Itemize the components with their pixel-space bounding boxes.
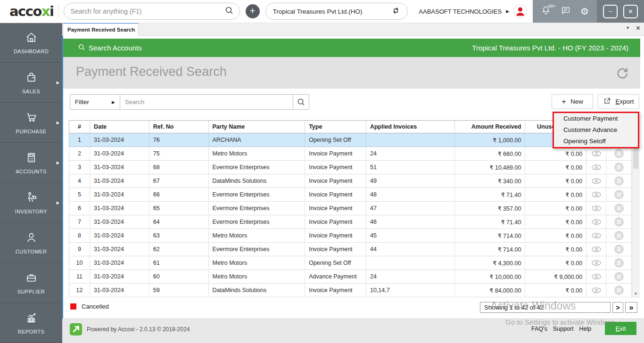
view-payment-icon[interactable] bbox=[586, 270, 606, 283]
sidebar-item-sales[interactable]: SALES▶ bbox=[0, 63, 62, 103]
footer-links: FAQ'sSupportHelp bbox=[531, 326, 591, 332]
cell-date: 31-03-2024 bbox=[90, 243, 149, 256]
pagination-next-button[interactable]: > bbox=[612, 302, 623, 313]
sidebar-item-accounts[interactable]: ACCOUNTS▶ bbox=[0, 143, 62, 183]
column-header[interactable]: Party Name bbox=[209, 121, 305, 133]
sidebar-item-dashboard[interactable]: DASHBOARD bbox=[0, 23, 62, 63]
banner-search-icon bbox=[78, 43, 85, 52]
quick-add-button[interactable]: + bbox=[246, 4, 260, 18]
table-row[interactable]: 431-03-202467DataMinds SolutionsInvoice … bbox=[69, 174, 632, 188]
view-payment-icon[interactable] bbox=[586, 174, 606, 188]
list-search-button[interactable] bbox=[293, 94, 309, 110]
tab-payment-received-search[interactable]: Payment Received Search bbox=[63, 23, 139, 36]
scroll-down-icon[interactable]: ▼ bbox=[633, 292, 639, 296]
refresh-icon[interactable] bbox=[614, 65, 630, 82]
view-payment-icon[interactable] bbox=[586, 188, 606, 201]
table-row[interactable]: 831-03-202463Metro MotorsInvoice Payment… bbox=[69, 229, 632, 243]
cell-amount: ₹ 4,300.00 bbox=[455, 256, 526, 270]
cell-ref_no: 63 bbox=[149, 229, 209, 242]
messages-icon[interactable] bbox=[561, 5, 571, 17]
table-row[interactable]: 731-03-202464Evermore EnterprisesInvoice… bbox=[69, 215, 632, 229]
cell-ref_no: 60 bbox=[149, 270, 209, 283]
footer-link-support[interactable]: Support bbox=[553, 326, 574, 332]
row-menu-icon[interactable] bbox=[606, 270, 631, 283]
logo-x: x bbox=[41, 3, 50, 19]
cell-unused: ₹ 0.00 bbox=[525, 229, 586, 242]
cell-ref_no: 62 bbox=[149, 243, 209, 256]
row-menu-icon[interactable] bbox=[606, 174, 631, 188]
view-payment-icon[interactable] bbox=[586, 161, 606, 174]
cell-ref_no: 76 bbox=[149, 133, 209, 147]
column-header[interactable]: # bbox=[69, 121, 90, 133]
footer-link-faqs[interactable]: FAQ's bbox=[531, 326, 547, 332]
module-banner: Search Accounts Tropical Treasures Pvt L… bbox=[63, 39, 640, 57]
new-button[interactable]: + New bbox=[552, 94, 593, 109]
table-row[interactable]: 1231-03-202459DataMinds SolutionsInvoice… bbox=[69, 284, 632, 297]
export-button[interactable]: Export bbox=[598, 94, 639, 109]
user-avatar[interactable] bbox=[513, 4, 527, 18]
row-menu-icon[interactable] bbox=[606, 147, 631, 160]
view-payment-icon[interactable] bbox=[586, 229, 606, 242]
cell-party: Evermore Enterprises bbox=[209, 161, 305, 174]
row-menu-icon[interactable] bbox=[606, 188, 631, 201]
list-search-input[interactable] bbox=[120, 98, 293, 106]
sidebar-item-inventory[interactable]: INVENTORY▶ bbox=[0, 183, 62, 223]
pagination-last-button[interactable]: » bbox=[625, 302, 637, 313]
row-menu-icon[interactable] bbox=[606, 229, 631, 242]
cell-date: 31-03-2024 bbox=[90, 147, 149, 160]
plus-icon: + bbox=[561, 97, 566, 106]
tab-close-icon[interactable]: ✕ bbox=[636, 24, 641, 32]
payments-table: #DateRef. NoParty NameTypeApplied Invoic… bbox=[69, 120, 632, 297]
row-menu-icon[interactable] bbox=[606, 202, 631, 215]
minimize-button[interactable]: − bbox=[603, 5, 618, 18]
switch-company-icon[interactable] bbox=[391, 6, 400, 16]
column-header[interactable]: Date bbox=[90, 121, 149, 133]
filter-dropdown[interactable]: Filter ▶ bbox=[70, 94, 120, 110]
search-icon[interactable] bbox=[224, 6, 234, 17]
sidebar-item-purchase[interactable]: PURCHASE▶ bbox=[0, 103, 62, 143]
row-menu-icon[interactable] bbox=[606, 215, 631, 229]
table-row[interactable]: 931-03-202462Evermore EnterprisesInvoice… bbox=[69, 243, 632, 256]
row-menu-icon[interactable] bbox=[606, 256, 631, 270]
cell-applied: 46 bbox=[366, 215, 455, 229]
table-row[interactable]: 131-03-202476ARCHANAOpening Set Off₹ 1,0… bbox=[69, 133, 632, 147]
view-payment-icon[interactable] bbox=[586, 243, 606, 256]
table-row[interactable]: 631-03-202465Evermore EnterprisesInvoice… bbox=[69, 202, 632, 215]
menu-item-customer-payment[interactable]: Customer Payment bbox=[554, 113, 638, 124]
cell-idx: 3 bbox=[69, 161, 90, 174]
column-header[interactable]: Ref. No bbox=[149, 121, 209, 133]
menu-item-customer-advance[interactable]: Customer Advance bbox=[554, 124, 638, 136]
footer-link-help[interactable]: Help bbox=[579, 326, 591, 332]
row-menu-icon[interactable] bbox=[606, 284, 631, 297]
column-header[interactable]: Applied Invoices bbox=[366, 121, 455, 133]
exit-button[interactable]: Exit bbox=[605, 322, 636, 335]
view-payment-icon[interactable] bbox=[586, 202, 606, 215]
global-search-input[interactable] bbox=[70, 7, 224, 16]
sidebar-item-reports[interactable]: REPORTS bbox=[0, 303, 62, 343]
sidebar-item-customer[interactable]: CUSTOMER bbox=[0, 223, 62, 263]
view-payment-icon[interactable] bbox=[586, 215, 606, 229]
home-icon bbox=[25, 31, 38, 46]
row-menu-icon[interactable] bbox=[606, 161, 631, 174]
organization-menu[interactable]: AABASOFT TECHNOLOGIES ▶ bbox=[419, 4, 533, 18]
table-row[interactable]: 531-03-202466Evermore EnterprisesInvoice… bbox=[69, 188, 632, 202]
column-header[interactable]: Type bbox=[305, 121, 366, 133]
settings-gear-icon[interactable]: ⚙ bbox=[580, 6, 589, 17]
divider bbox=[58, 5, 58, 18]
sidebar-item-supplier[interactable]: SUPPLIER bbox=[0, 263, 62, 303]
column-header[interactable]: Amount Received bbox=[455, 121, 526, 133]
view-payment-icon[interactable] bbox=[586, 256, 606, 270]
tab-list-caret-icon[interactable]: ▾ bbox=[627, 25, 629, 30]
cell-date: 31-03-2024 bbox=[90, 284, 149, 297]
row-menu-icon[interactable] bbox=[606, 243, 631, 256]
table-row[interactable]: 331-03-202468Evermore EnterprisesInvoice… bbox=[69, 161, 632, 174]
view-payment-icon[interactable] bbox=[586, 147, 606, 160]
table-row[interactable]: 1031-03-202461Metro MotorsOpening Set Of… bbox=[69, 256, 632, 270]
table-row[interactable]: 1131-03-202460Metro MotorsAdvance Paymen… bbox=[69, 270, 632, 284]
table-row[interactable]: 231-03-202475Metro MotorsInvoice Payment… bbox=[69, 147, 632, 161]
close-button[interactable]: ✕ bbox=[623, 5, 638, 18]
menu-item-opening-setoff[interactable]: Opening Setoff bbox=[554, 136, 638, 147]
view-payment-icon[interactable] bbox=[586, 284, 606, 297]
notifications-bell-icon[interactable]: 99+ bbox=[541, 5, 551, 17]
company-selector[interactable]: Tropical Treasures Pvt Ltd.(HO) bbox=[265, 3, 408, 20]
